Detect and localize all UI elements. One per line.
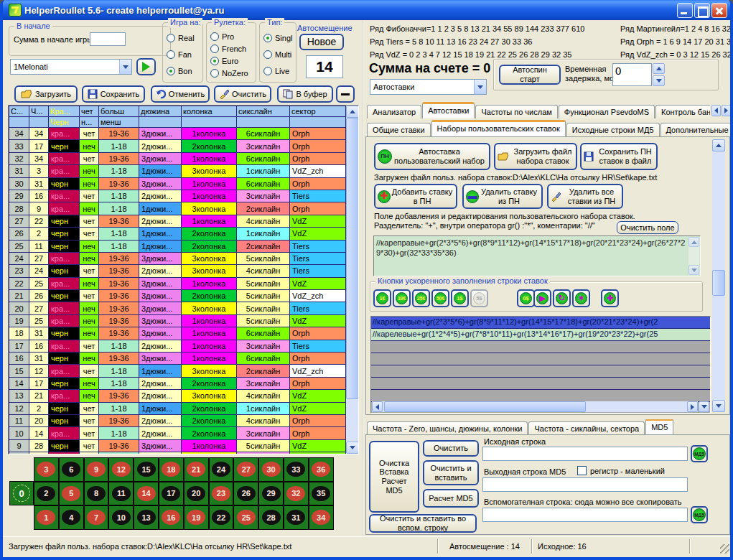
board-cell-13[interactable]: 13 bbox=[134, 505, 159, 530]
scroll-left-icon[interactable] bbox=[372, 401, 383, 412]
chip-button-1$[interactable]: 1$ bbox=[451, 289, 469, 307]
sub-tab-1[interactable]: Общие ставки bbox=[367, 123, 431, 136]
history-scrollbar[interactable] bbox=[346, 106, 359, 454]
board-cell-11[interactable]: 11 bbox=[108, 482, 134, 506]
autobet-user-set-button[interactable]: ПН Автоставка пользовательский набор bbox=[374, 143, 490, 170]
column-header[interactable]: Ч... bbox=[29, 106, 49, 117]
radio-fan[interactable]: Fan bbox=[167, 50, 202, 59]
board-cell-35[interactable]: 35 bbox=[309, 482, 334, 506]
autoshift-new-button[interactable]: Новое bbox=[299, 34, 344, 50]
chip-button-25€[interactable]: 25€ bbox=[412, 289, 430, 307]
radio-euro[interactable]: Euro bbox=[210, 57, 256, 65]
target-chip-button[interactable]: ✚ bbox=[601, 289, 619, 307]
chip-button-50€[interactable]: 50€ bbox=[431, 289, 449, 307]
column-header[interactable] bbox=[9, 117, 29, 128]
scroll-up-icon[interactable] bbox=[346, 106, 359, 118]
maximize-button[interactable] bbox=[694, 3, 710, 18]
delay-spinner[interactable] bbox=[653, 63, 665, 86]
radio-nozero[interactable]: NoZero bbox=[210, 69, 256, 78]
remove-all-bets-button[interactable]: Удалить все ставки из ПН bbox=[547, 184, 623, 209]
column-header[interactable] bbox=[290, 117, 346, 128]
main-tab-5[interactable]: Контроль банкролла bbox=[655, 105, 710, 118]
column-header[interactable]: менш bbox=[99, 117, 139, 128]
board-cell-24[interactable]: 24 bbox=[209, 457, 234, 482]
sub-tab-2[interactable]: Наборы пользовательских ставок bbox=[431, 120, 566, 136]
board-cell-34[interactable]: 34 bbox=[309, 505, 334, 530]
remove-bet-button[interactable]: ▬ Удалить ставку из ПН bbox=[462, 184, 543, 209]
radio-bon[interactable]: Bon bbox=[167, 67, 202, 75]
freq-tab-3[interactable]: MD5 bbox=[645, 419, 673, 435]
board-cell-17[interactable]: 17 bbox=[159, 482, 184, 506]
scroll-down-icon[interactable] bbox=[346, 442, 359, 454]
run-strategy-button[interactable] bbox=[136, 58, 156, 75]
md5-calc-button[interactable]: Расчет MD5 bbox=[423, 489, 479, 508]
board-cell-20[interactable]: 20 bbox=[184, 482, 209, 506]
md5-run-icon[interactable]: МД5 bbox=[691, 445, 708, 462]
board-cell-28[interactable]: 28 bbox=[258, 505, 284, 530]
load-button[interactable]: Загрузить bbox=[14, 85, 78, 103]
strategy-combo[interactable]: 1Melonati bbox=[10, 59, 132, 75]
bet-list-empty-item[interactable] bbox=[371, 341, 710, 353]
scroll-up-icon[interactable] bbox=[712, 139, 725, 151]
scroll-right-icon[interactable] bbox=[687, 401, 698, 412]
board-cell-36[interactable]: 36 bbox=[309, 457, 334, 482]
sub-tab-3[interactable]: Исходные строки МД5 bbox=[566, 123, 660, 136]
board-cell-1[interactable]: 1 bbox=[34, 505, 59, 530]
board-cell-15[interactable]: 15 bbox=[134, 457, 159, 482]
board-cell-29[interactable]: 29 bbox=[258, 482, 284, 506]
board-cell-32[interactable]: 32 bbox=[284, 482, 309, 506]
md5-aux-run-icon[interactable]: МД5 bbox=[691, 506, 708, 523]
start-sum-input[interactable] bbox=[90, 32, 126, 46]
spinner-up-icon[interactable] bbox=[653, 63, 665, 74]
bet-list-empty-item[interactable] bbox=[371, 390, 710, 402]
radio-live[interactable]: Live bbox=[263, 67, 296, 75]
column-header[interactable] bbox=[139, 117, 182, 128]
radio-singl[interactable]: Singl bbox=[263, 34, 296, 42]
spinner-down-icon[interactable] bbox=[653, 75, 665, 86]
autobets-combo[interactable]: Автоставки bbox=[370, 79, 487, 95]
chip-button-10€[interactable]: 10€ bbox=[393, 289, 411, 307]
bet-list[interactable]: //кареправые+gr(2*3*5*6)+gr(8*9*11*12)+g… bbox=[370, 316, 711, 414]
column-header[interactable]: дюжина bbox=[139, 106, 182, 117]
board-cell-8[interactable]: 8 bbox=[84, 482, 109, 506]
edit-field-scrollbar[interactable] bbox=[688, 237, 699, 275]
tab-scroll-right-icon[interactable] bbox=[722, 105, 731, 116]
board-cell-26[interactable]: 26 bbox=[233, 482, 258, 506]
bet-list-item[interactable]: //карелевые+gr(1*2*4*5)+gr(7*8*10*11)+gr… bbox=[371, 329, 710, 341]
board-cell-18[interactable]: 18 bbox=[159, 457, 184, 482]
md5-clear-paste-button[interactable]: Очистить и вставить bbox=[423, 460, 479, 485]
board-cell-2[interactable]: 2 bbox=[34, 482, 59, 506]
main-tab-3[interactable]: Частоты по числам bbox=[475, 105, 557, 118]
board-cell-25[interactable]: 25 bbox=[233, 505, 258, 530]
panel-scrollbar[interactable] bbox=[712, 139, 725, 412]
board-cell-31[interactable]: 31 bbox=[284, 505, 309, 530]
bet-list-hscrollbar[interactable] bbox=[372, 401, 698, 412]
refresh-chip-button[interactable]: ↻ bbox=[553, 289, 571, 307]
scroll-thumb[interactable] bbox=[384, 401, 586, 412]
column-header[interactable]: сикслайн bbox=[237, 106, 290, 117]
column-header[interactable]: Кра... bbox=[49, 106, 80, 117]
radio-pro[interactable]: Pro bbox=[210, 32, 256, 41]
board-cell-16[interactable]: 16 bbox=[159, 505, 184, 530]
case-checkbox-row[interactable]: регистр - маленький bbox=[577, 466, 665, 475]
chip-button-1€[interactable]: 1€ bbox=[373, 289, 391, 307]
radio-real[interactable]: Real bbox=[167, 34, 202, 42]
column-header[interactable]: больш bbox=[99, 106, 139, 117]
radio-french[interactable]: French bbox=[210, 45, 256, 53]
scroll-down-icon[interactable] bbox=[699, 401, 709, 412]
column-header[interactable] bbox=[29, 117, 49, 128]
close-button[interactable] bbox=[711, 3, 727, 18]
column-header[interactable]: н... bbox=[80, 117, 99, 128]
board-cell-14[interactable]: 14 bbox=[134, 482, 159, 506]
clear-field-button[interactable]: Очистить поле bbox=[617, 221, 678, 234]
resize-grip[interactable] bbox=[720, 544, 729, 554]
scroll-thumb[interactable] bbox=[712, 270, 725, 296]
copy-buffer-button[interactable]: В буфер bbox=[277, 85, 333, 103]
load-set-file-button[interactable]: Загрузить файл набора ставок bbox=[494, 143, 577, 170]
column-header[interactable] bbox=[237, 117, 290, 128]
tab-scroll-left-icon[interactable] bbox=[711, 105, 721, 116]
bet-list-item[interactable]: //кареправые+gr(2*3*5*6)+gr(8*9*11*12)+g… bbox=[371, 317, 710, 329]
md5-clear-button[interactable]: Очистить bbox=[423, 440, 479, 457]
save-button[interactable]: Сохранить bbox=[82, 85, 145, 103]
undo-button[interactable]: Отменить bbox=[151, 85, 210, 103]
